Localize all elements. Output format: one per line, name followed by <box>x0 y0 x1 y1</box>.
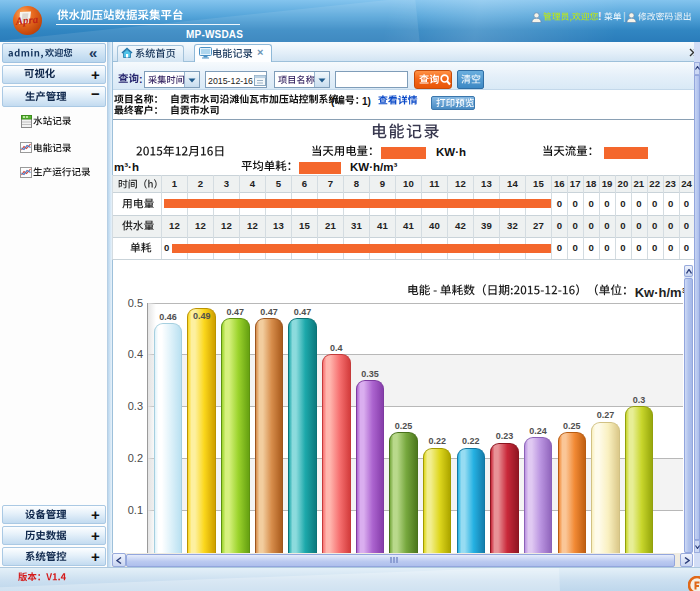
svg-text:Apra: Apra <box>14 13 39 27</box>
